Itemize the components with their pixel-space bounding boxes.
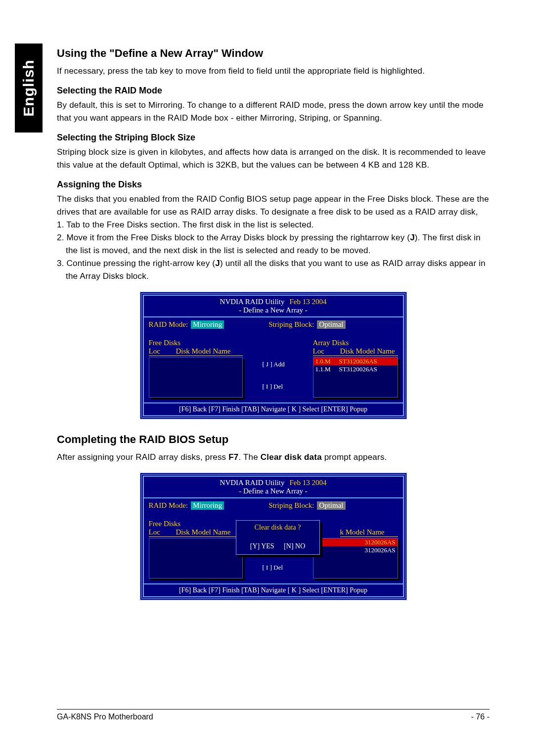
bios-screenshot-1: NVDIA RAID Utility Feb 13 2004 - Define … <box>140 292 407 419</box>
language-tab-label: English <box>20 59 37 116</box>
col-model: Disk Model Name <box>176 528 243 537</box>
striping-block-value: Optimal <box>317 501 345 510</box>
subheading-block-size: Selecting the Striping Block Size <box>57 133 490 143</box>
bios-date: Feb 13 2004 <box>289 479 326 487</box>
paragraph: After assigning your RAID array disks, p… <box>57 451 490 464</box>
page-content: Using the "Define a New Array" Window If… <box>57 47 490 600</box>
popup-question: Clear disk data ? <box>238 524 317 532</box>
footer-name: GA-K8NS Pro Motherboard <box>57 712 397 721</box>
col-loc: Loc <box>313 347 340 356</box>
bios-subtitle: - Define a New Array - <box>144 487 403 495</box>
array-disks-header: Array Disks <box>313 339 398 347</box>
bios-subtitle: - Define a New Array - <box>144 306 403 314</box>
section-heading: Completing the RAID BIOS Setup <box>57 433 490 446</box>
raid-mode-value: Mirroring <box>191 320 224 329</box>
disk-row-selected: 3120026AS <box>313 538 398 546</box>
striping-block-value: Optimal <box>317 320 345 329</box>
list-item: 1. Tab to the Free Disks section. The fi… <box>57 219 490 231</box>
striping-block-label: Striping Block: <box>268 501 314 510</box>
page-number: - 76 - <box>471 712 490 721</box>
disk-row: 3120026AS <box>313 546 398 554</box>
arrow-icon: J <box>215 259 220 268</box>
col-model-partial: k Model Name <box>340 528 398 537</box>
clear-disk-popup: Clear disk data ? [Y] YES [N] NO <box>236 520 320 555</box>
col-model: Disk Model Name <box>176 347 243 356</box>
arrow-icon: J <box>410 233 415 242</box>
free-disks-header: Free Disks <box>149 520 243 528</box>
del-hint: [ I ] Del <box>263 564 283 572</box>
paragraph: If necessary, press the tab key to move … <box>57 65 490 78</box>
disk-row: 1.1.M ST3120026AS <box>313 365 398 373</box>
paragraph: Striping block size is given in kilobyte… <box>57 146 490 172</box>
disk-row-selected: 1.0.M ST3120026AS <box>313 357 398 365</box>
page-footer: GA-K8NS Pro Motherboard - 76 - <box>57 709 490 721</box>
free-disks-list <box>149 538 243 578</box>
raid-mode-label: RAID Mode: <box>149 320 188 329</box>
add-hint: [ J ] Add <box>263 360 285 368</box>
subheading-assigning: Assigning the Disks <box>57 179 490 190</box>
array-disks-list: 1.0.M ST3120026AS 1.1.M ST3120026AS <box>313 357 398 398</box>
raid-mode-label: RAID Mode: <box>149 501 188 510</box>
subheading-raid-mode: Selecting the RAID Mode <box>57 86 490 96</box>
language-tab: English <box>15 44 43 133</box>
free-disks-header: Free Disks <box>149 339 243 347</box>
list-item: 3. Continue pressing the right-arrow key… <box>57 257 490 283</box>
bios-title: NVDIA RAID Utility <box>220 479 285 487</box>
bios-screenshot-2: NVDIA RAID Utility Feb 13 2004 - Define … <box>140 473 407 600</box>
array-disks-list: 3120026AS 3120026AS <box>313 538 398 578</box>
col-loc: Loc <box>149 347 176 356</box>
bios-title: NVDIA RAID Utility <box>220 298 285 306</box>
col-model: Disk Model Name <box>340 347 398 356</box>
free-disks-list <box>149 357 243 398</box>
list-item: 2. Move it from the Free Disks block to … <box>57 231 490 257</box>
del-hint: [ I ] Del <box>263 383 283 391</box>
bios-footer: [F6] Back [F7] Finish [TAB] Navigate [ K… <box>144 583 403 596</box>
striping-block-label: Striping Block: <box>268 320 314 329</box>
section-heading: Using the "Define a New Array" Window <box>57 47 490 60</box>
paragraph: The disks that you enabled from the RAID… <box>57 193 490 219</box>
paragraph: By default, this is set to Mirroring. To… <box>57 99 490 125</box>
bios-footer: [F6] Back [F7] Finish [TAB] Navigate [ K… <box>144 402 403 415</box>
col-loc: Loc <box>149 528 176 537</box>
raid-mode-value: Mirroring <box>191 501 224 510</box>
popup-no: [N] NO <box>284 542 305 550</box>
popup-yes: [Y] YES <box>250 542 274 550</box>
bios-date: Feb 13 2004 <box>289 298 326 306</box>
